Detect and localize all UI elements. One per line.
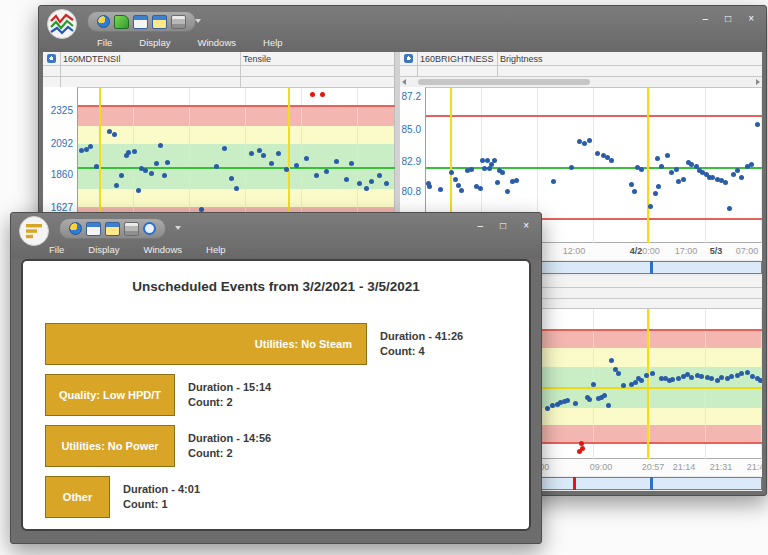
- data-point: [669, 170, 674, 175]
- data-point: [545, 406, 550, 411]
- data-point: [648, 204, 653, 209]
- titlebar[interactable]: – □ × File Display Windows Help: [39, 6, 766, 52]
- data-point: [158, 143, 163, 148]
- data-point: [650, 371, 655, 376]
- range-marker: [573, 477, 576, 490]
- data-point: [357, 181, 362, 186]
- control-limit-line: [426, 115, 762, 117]
- data-point: [749, 162, 754, 167]
- chart-name-cell[interactable]: Tensile: [241, 52, 394, 65]
- axis-tick: 87.2: [402, 91, 421, 102]
- chart-name-cell[interactable]: Brightness: [498, 52, 762, 65]
- axis-tick: 21:31: [710, 462, 733, 472]
- cursor-line: [647, 88, 649, 243]
- menu-item-windows[interactable]: Windows: [197, 37, 236, 48]
- event-bar-utilities-no-steam[interactable]: Utilities: No Steam: [45, 323, 367, 365]
- data-point: [88, 144, 93, 149]
- data-point: [269, 161, 274, 166]
- data-point: [112, 132, 117, 137]
- data-point: [729, 374, 734, 379]
- data-point: [659, 164, 664, 169]
- toolbar-overflow-chevron[interactable]: [195, 19, 201, 23]
- axis-tick: 20:57: [642, 462, 665, 472]
- notes-icon[interactable]: [105, 222, 120, 236]
- event-bar-quality-low-hpdt[interactable]: Quality: Low HPD/T: [45, 374, 175, 416]
- data-point: [162, 173, 167, 178]
- menu-item-file[interactable]: File: [97, 37, 112, 48]
- event-duration: Duration - 15:14: [188, 380, 271, 395]
- event-count: Count: 2: [188, 446, 271, 461]
- app-logo-icon: [47, 9, 77, 39]
- data-point: [582, 141, 587, 146]
- scroll-right-arrow[interactable]: [756, 79, 760, 85]
- menu-item-file[interactable]: File: [49, 244, 64, 255]
- close-button[interactable]: ×: [748, 14, 754, 24]
- event-stats: Duration - 14:56 Count: 2: [188, 431, 271, 461]
- printer-icon[interactable]: [124, 222, 139, 236]
- data-point: [427, 184, 432, 189]
- data-point: [143, 168, 148, 173]
- control-limit-line: [78, 105, 395, 107]
- data-point: [438, 187, 443, 192]
- event-duration: Duration - 4:01: [123, 482, 200, 497]
- maximize-button[interactable]: □: [725, 14, 731, 24]
- data-point: [314, 173, 319, 178]
- data-point: [632, 189, 637, 194]
- chart-id-cell[interactable]: 160BRIGHTNESS: [418, 52, 498, 65]
- toolbar-overflow-chevron[interactable]: [175, 226, 181, 230]
- minimize-button[interactable]: –: [703, 14, 709, 24]
- chart-id-cell[interactable]: 160MDTENSIl: [61, 52, 241, 65]
- control-limit-line: [426, 167, 762, 169]
- menu-item-display[interactable]: Display: [88, 244, 119, 255]
- notes-icon[interactable]: [152, 15, 167, 29]
- data-point: [136, 188, 141, 193]
- titlebar[interactable]: – □ × File Display Windows Help: [11, 213, 541, 259]
- data-point: [514, 178, 519, 183]
- chart-type-icon: [43, 52, 61, 65]
- data-point: [276, 151, 281, 156]
- minimize-button[interactable]: –: [478, 221, 484, 231]
- data-point: [727, 206, 732, 211]
- data-point: [602, 393, 607, 398]
- event-bar-other[interactable]: Other: [45, 476, 110, 518]
- menu-item-display[interactable]: Display: [139, 37, 170, 48]
- event-row: Other Duration - 4:01 Count: 1: [45, 476, 519, 518]
- data-point: [569, 165, 574, 170]
- data-point: [114, 183, 119, 188]
- tag-icon[interactable]: [114, 15, 129, 29]
- menu-item-help[interactable]: Help: [263, 37, 283, 48]
- event-row: Quality: Low HPD/T Duration - 15:14 Coun…: [45, 374, 519, 416]
- globe-icon[interactable]: [69, 222, 82, 235]
- data-point: [731, 172, 736, 177]
- out-of-control-point: [320, 92, 325, 97]
- maximize-button[interactable]: □: [500, 221, 506, 231]
- close-button[interactable]: ×: [523, 221, 529, 231]
- data-point: [755, 122, 760, 127]
- calendar-icon[interactable]: [86, 222, 101, 236]
- data-point: [719, 375, 724, 380]
- event-count: Count: 4: [380, 344, 463, 359]
- scroll-left-arrow[interactable]: [402, 79, 406, 85]
- axis-tick: 21:48: [747, 462, 762, 472]
- data-point: [119, 173, 124, 178]
- axis-tick: 85.0: [402, 124, 421, 135]
- data-point: [453, 177, 458, 182]
- axis-tick: 17:00: [675, 246, 698, 256]
- refresh-icon[interactable]: [143, 222, 156, 235]
- menu-item-help[interactable]: Help: [206, 244, 226, 255]
- globe-icon[interactable]: [97, 15, 110, 28]
- event-count: Count: 2: [188, 395, 271, 410]
- data-point: [587, 397, 592, 402]
- printer-icon[interactable]: [171, 15, 186, 29]
- event-bar-utilities-no-power[interactable]: Utilities: No Power: [45, 425, 175, 467]
- window-controls: – □ ×: [703, 14, 754, 24]
- brightness-header: 160BRIGHTNESS Brightness: [400, 52, 762, 88]
- calendar-icon[interactable]: [133, 15, 148, 29]
- data-point: [670, 377, 675, 382]
- scrollbar-thumb[interactable]: [418, 79, 590, 85]
- data-point: [304, 156, 309, 161]
- menubar: File Display Windows Help: [39, 33, 766, 51]
- data-point: [665, 153, 670, 158]
- menu-item-windows[interactable]: Windows: [143, 244, 182, 255]
- axis-tick: 07:00: [736, 246, 759, 256]
